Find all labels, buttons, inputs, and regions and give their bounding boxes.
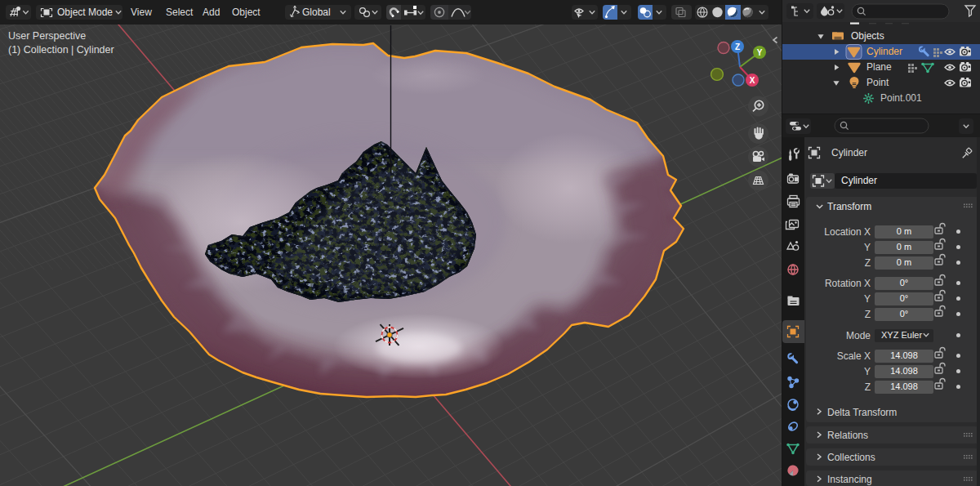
svg-text:Z: Z <box>735 42 740 51</box>
svg-text:Y: Y <box>757 48 763 57</box>
svg-text:X: X <box>750 76 755 85</box>
